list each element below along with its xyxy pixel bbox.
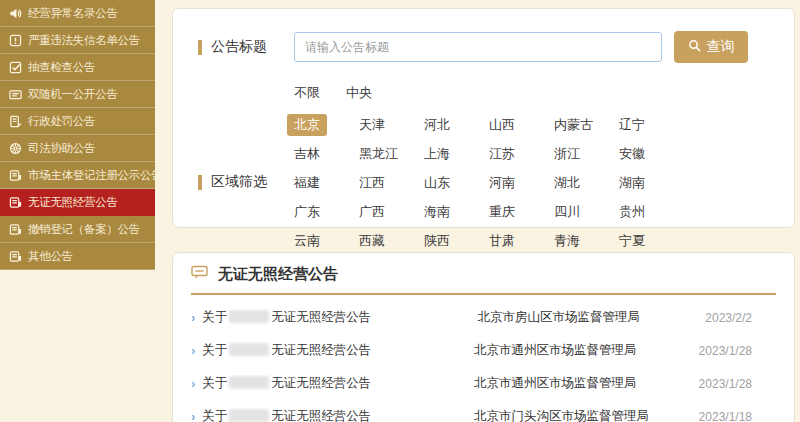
sidebar-item[interactable]: 严重违法失信名单公告 xyxy=(0,27,155,54)
announcement-row[interactable]: ›关于无证无照经营公告北京市通州区市场监督管理局2023/1/28 xyxy=(173,367,794,400)
province-label: 广东 xyxy=(287,201,327,223)
province-option[interactable]: 四川 xyxy=(554,201,619,223)
announcement-title: 关于无证无照经营公告 xyxy=(202,375,474,392)
province-option[interactable]: 山东 xyxy=(424,172,489,194)
province-option[interactable]: 山西 xyxy=(489,114,554,136)
scope-option[interactable]: 不限 xyxy=(294,84,320,102)
province-option[interactable]: 陕西 xyxy=(424,230,489,252)
province-option[interactable]: 重庆 xyxy=(489,201,554,223)
search-row: 公告标题 查询 xyxy=(198,31,794,63)
province-option[interactable]: 江西 xyxy=(359,172,424,194)
speech-bubble-icon xyxy=(191,265,208,284)
announcement-date: 2023/2/2 xyxy=(705,311,752,325)
province-option[interactable]: 吉林 xyxy=(294,143,359,165)
search-label-text: 公告标题 xyxy=(211,38,267,56)
sidebar-item[interactable]: 市场主体登记注册公示公告 xyxy=(0,162,155,189)
search-icon xyxy=(688,39,701,55)
redacted-text xyxy=(229,310,269,323)
province-option[interactable]: 安徽 xyxy=(619,143,684,165)
province-option[interactable]: 西藏 xyxy=(359,230,424,252)
region-label-text: 区域筛选 xyxy=(211,173,267,191)
province-option[interactable]: 浙江 xyxy=(554,143,619,165)
province-label: 云南 xyxy=(287,230,327,252)
province-option[interactable]: 河南 xyxy=(489,172,554,194)
announcement-row[interactable]: ›关于无证无照经营公告北京市通州区市场监督管理局2023/1/28 xyxy=(173,334,794,367)
sidebar-item-label: 双随机一公开公告 xyxy=(28,87,118,102)
province-option[interactable]: 黑龙江 xyxy=(359,143,424,165)
sidebar-item-label: 行政处罚公告 xyxy=(28,114,95,129)
query-button[interactable]: 查询 xyxy=(674,31,748,63)
document-icon xyxy=(8,114,23,129)
announcement-title-input[interactable] xyxy=(294,32,662,62)
sidebar-item-label: 市场主体登记注册公示公告 xyxy=(28,168,155,183)
province-option[interactable]: 贵州 xyxy=(619,201,684,223)
province-option[interactable]: 湖南 xyxy=(619,172,684,194)
sidebar-item-label: 撤销登记（备案）公告 xyxy=(28,222,140,237)
sidebar-item[interactable]: 行政处罚公告 xyxy=(0,108,155,135)
sidebar-item[interactable]: 无证无照经营公告 xyxy=(0,189,155,216)
announcement-title: 关于无证无照经营公告 xyxy=(202,309,477,326)
sidebar-item[interactable]: 司法协助公告 xyxy=(0,135,155,162)
province-label: 贵州 xyxy=(612,201,652,223)
province-option[interactable]: 青海 xyxy=(554,230,619,252)
province-label: 辽宁 xyxy=(612,114,652,136)
province-label: 甘肃 xyxy=(482,230,522,252)
province-option[interactable]: 湖北 xyxy=(554,172,619,194)
sidebar-item[interactable]: 撤销登记（备案）公告 xyxy=(0,216,155,243)
province-label: 内蒙古 xyxy=(547,114,600,136)
scope-option[interactable]: 中央 xyxy=(346,84,372,102)
sidebar-item-label: 严重违法失信名单公告 xyxy=(28,33,140,48)
chevron-right-icon: › xyxy=(191,376,195,391)
envelope-icon xyxy=(8,87,23,102)
province-option[interactable]: 甘肃 xyxy=(489,230,554,252)
announcement-date: 2023/1/28 xyxy=(699,377,752,391)
province-label: 陕西 xyxy=(417,230,457,252)
province-option[interactable]: 广西 xyxy=(359,201,424,223)
license-icon xyxy=(8,222,23,237)
sidebar-item-label: 其他公告 xyxy=(28,249,73,264)
chevron-right-icon: › xyxy=(191,409,195,422)
speaker-icon xyxy=(8,6,23,21)
province-label: 上海 xyxy=(417,143,457,165)
license-icon xyxy=(8,168,23,183)
sidebar-item-label: 抽查检查公告 xyxy=(28,60,95,75)
province-option[interactable]: 内蒙古 xyxy=(554,114,619,136)
sidebar-item[interactable]: 双随机一公开公告 xyxy=(0,81,155,108)
announcement-list: ›关于无证无照经营公告北京市房山区市场监督管理局2023/2/2›关于无证无照经… xyxy=(173,301,794,422)
announcement-row[interactable]: ›关于无证无照经营公告北京市房山区市场监督管理局2023/2/2 xyxy=(173,301,794,334)
gold-bar-decoration xyxy=(198,175,202,190)
province-option[interactable]: 江苏 xyxy=(489,143,554,165)
sidebar-item[interactable]: 抽查检查公告 xyxy=(0,54,155,81)
province-label: 西藏 xyxy=(352,230,392,252)
province-option[interactable]: 天津 xyxy=(359,114,424,136)
province-label: 宁夏 xyxy=(612,230,652,252)
sidebar-item[interactable]: 其他公告 xyxy=(0,243,155,270)
province-option[interactable]: 上海 xyxy=(424,143,489,165)
sidebar-item[interactable]: 经营异常名录公告 xyxy=(0,0,155,27)
province-label: 广西 xyxy=(352,201,392,223)
list-header: 无证无照经营公告 xyxy=(191,265,776,295)
checkbox-icon xyxy=(8,60,23,75)
search-filter-panel: 公告标题 查询 区域筛选 不限中央 北京天津河北山西内蒙古辽宁吉林黑龙江上海江苏… xyxy=(172,8,795,228)
redacted-text xyxy=(229,409,269,422)
province-option[interactable]: 广东 xyxy=(294,201,359,223)
province-option[interactable]: 北京 xyxy=(294,114,359,136)
province-label: 江西 xyxy=(352,172,392,194)
province-option[interactable]: 海南 xyxy=(424,201,489,223)
province-label: 浙江 xyxy=(547,143,587,165)
province-option[interactable]: 辽宁 xyxy=(619,114,684,136)
redacted-text xyxy=(229,376,269,389)
announcement-row[interactable]: ›关于无证无照经营公告北京市门头沟区市场监督管理局2023/1/18 xyxy=(173,400,794,422)
province-label: 河北 xyxy=(417,114,457,136)
announcement-date: 2023/1/18 xyxy=(699,410,752,422)
province-option[interactable]: 福建 xyxy=(294,172,359,194)
province-option[interactable]: 云南 xyxy=(294,230,359,252)
province-option[interactable]: 河北 xyxy=(424,114,489,136)
gear-icon xyxy=(8,141,23,156)
sidebar-item-label: 无证无照经营公告 xyxy=(28,195,118,210)
province-label: 福建 xyxy=(287,172,327,194)
license-icon xyxy=(8,249,23,264)
announcement-title: 关于无证无照经营公告 xyxy=(202,342,474,359)
province-option[interactable]: 宁夏 xyxy=(619,230,684,252)
issuing-authority: 北京市通州区市场监督管理局 xyxy=(474,342,699,359)
